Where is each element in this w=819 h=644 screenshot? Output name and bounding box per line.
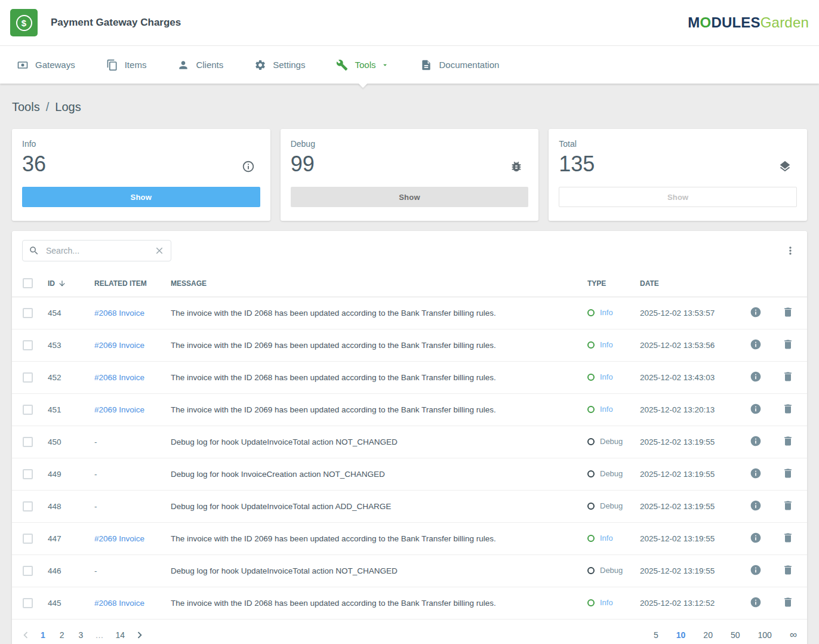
row-checkbox[interactable]	[23, 598, 33, 608]
logs-panel: ID RELATED ITEM MESSAGE TYPE DATE 454#20…	[12, 231, 807, 644]
row-type: Debug	[600, 437, 623, 446]
show-total-button[interactable]: Show	[559, 187, 797, 207]
row-checkbox[interactable]	[23, 308, 33, 318]
row-id: 449	[48, 458, 94, 491]
type-circle-icon	[587, 599, 595, 606]
delete-icon[interactable]	[782, 596, 794, 608]
info-icon[interactable]	[750, 467, 762, 479]
page-size-infinity[interactable]: ∞	[790, 629, 797, 641]
delete-icon[interactable]	[782, 435, 794, 447]
row-related-item-link[interactable]: #2069 Invoice	[94, 405, 144, 414]
info-icon[interactable]	[750, 500, 762, 511]
column-header-id[interactable]: ID	[48, 270, 94, 297]
info-icon[interactable]	[750, 338, 762, 350]
row-id: 452	[48, 362, 94, 394]
type-circle-icon	[587, 309, 595, 316]
previous-page-icon[interactable]	[18, 627, 33, 643]
breadcrumb-tools[interactable]: Tools	[12, 100, 40, 114]
select-all-checkbox[interactable]	[23, 278, 33, 288]
page-size-option[interactable]: 50	[731, 630, 740, 640]
search-box[interactable]	[22, 240, 171, 261]
row-date: 2025-12-02 13:53:56	[640, 329, 750, 362]
next-page-icon[interactable]	[132, 627, 147, 643]
row-checkbox[interactable]	[23, 534, 33, 544]
show-debug-button[interactable]: Show	[291, 187, 529, 207]
table-menu-kebab-icon[interactable]	[782, 242, 799, 259]
delete-icon[interactable]	[782, 371, 794, 383]
row-related-item-link[interactable]: #2069 Invoice	[94, 534, 144, 543]
info-icon[interactable]	[750, 435, 762, 447]
delete-icon[interactable]	[782, 467, 794, 479]
page-size-option[interactable]: 100	[758, 630, 772, 640]
nav-item-gateways[interactable]: Gateways	[1, 46, 91, 84]
row-checkbox[interactable]	[23, 372, 33, 383]
column-header-date: DATE	[640, 270, 750, 297]
nav-item-documentation[interactable]: Documentation	[405, 46, 515, 84]
row-checkbox[interactable]	[23, 501, 33, 511]
row-related-item-link[interactable]: #2068 Invoice	[94, 373, 144, 382]
page-number[interactable]: 1	[41, 630, 45, 640]
row-type: Info	[600, 308, 613, 317]
gear-icon	[254, 59, 266, 71]
row-type: Debug	[600, 469, 623, 478]
row-related-item-link[interactable]: #2069 Invoice	[94, 341, 144, 350]
column-label: ID	[48, 279, 55, 288]
logo-text-dules: DULES	[711, 14, 760, 30]
document-icon	[420, 59, 432, 71]
page-size-option[interactable]: 10	[676, 630, 686, 640]
page-size-option[interactable]: 20	[703, 630, 713, 640]
row-checkbox[interactable]	[23, 340, 33, 350]
search-input[interactable]	[45, 245, 149, 256]
table-row: 454#2068 InvoiceThe invoice with the ID …	[12, 297, 807, 329]
info-icon[interactable]	[750, 564, 762, 576]
info-icon[interactable]	[750, 403, 762, 415]
row-type: Debug	[600, 501, 623, 510]
page-size-options: 5102050100∞	[654, 629, 797, 641]
page-title: Payment Gateway Charges	[51, 17, 181, 29]
nav-item-settings[interactable]: Settings	[239, 46, 321, 84]
stat-value: 99	[291, 152, 529, 177]
pagination: 123…14 5102050100∞	[12, 620, 807, 644]
page-number[interactable]: 2	[60, 630, 64, 640]
row-message: Debug log for hook InvoiceCreation actio…	[171, 458, 587, 491]
info-icon[interactable]	[750, 596, 762, 608]
stat-value: 135	[559, 152, 797, 177]
row-message: Debug log for hook UpdateInvoiceTotal ac…	[171, 555, 587, 587]
nav-item-tools[interactable]: Tools	[321, 46, 405, 84]
page-number[interactable]: 3	[79, 630, 84, 640]
row-related-item-link[interactable]: #2068 Invoice	[94, 599, 144, 608]
row-checkbox[interactable]	[23, 405, 33, 415]
delete-icon[interactable]	[782, 338, 794, 350]
page-size-option[interactable]: 5	[654, 630, 658, 640]
info-icon[interactable]	[750, 306, 762, 318]
delete-icon[interactable]	[782, 532, 794, 544]
row-message: Debug log for hook UpdateInvoiceTotal ac…	[171, 491, 587, 523]
row-checkbox[interactable]	[23, 437, 33, 447]
row-related-item-link[interactable]: #2068 Invoice	[94, 309, 144, 318]
table-row: 453#2069 InvoiceThe invoice with the ID …	[12, 329, 807, 362]
nav-label: Gateways	[35, 60, 75, 70]
row-checkbox[interactable]	[23, 469, 33, 479]
delete-icon[interactable]	[782, 306, 794, 318]
table-row: 447#2069 InvoiceThe invoice with the ID …	[12, 523, 807, 555]
delete-icon[interactable]	[782, 403, 794, 415]
delete-icon[interactable]	[782, 564, 794, 576]
search-icon	[29, 245, 39, 256]
page-numbers: 123…14	[33, 630, 132, 640]
info-icon[interactable]	[750, 532, 762, 544]
copy-icon	[106, 59, 118, 71]
clear-search-icon[interactable]	[154, 245, 165, 256]
row-id: 448	[48, 491, 94, 523]
row-date: 2025-12-02 13:19:55	[640, 458, 750, 491]
table-row: 449-Debug log for hook InvoiceCreation a…	[12, 458, 807, 491]
type-circle-icon	[587, 341, 595, 349]
page-number[interactable]: 14	[115, 630, 125, 640]
nav-item-items[interactable]: Items	[91, 46, 162, 84]
show-info-button[interactable]: Show	[22, 187, 260, 207]
info-icon[interactable]	[750, 371, 762, 383]
row-message: Debug log for hook UpdateInvoiceTotal ac…	[171, 426, 587, 458]
table-row: 452#2068 InvoiceThe invoice with the ID …	[12, 362, 807, 394]
row-checkbox[interactable]	[23, 566, 33, 576]
delete-icon[interactable]	[782, 500, 794, 511]
nav-item-clients[interactable]: Clients	[162, 46, 239, 84]
